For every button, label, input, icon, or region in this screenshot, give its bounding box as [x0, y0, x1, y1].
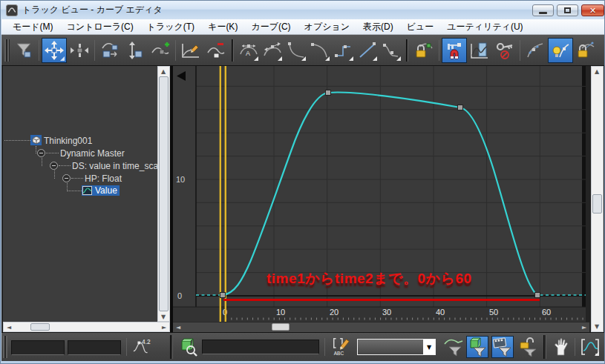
scroll-up-icon[interactable]: ▲ — [592, 67, 602, 76]
tree-vscroll-thumb[interactable] — [159, 76, 169, 311]
set-tangents-smooth-button[interactable] — [379, 38, 403, 63]
tree-item-value[interactable]: Value — [93, 185, 120, 196]
menu-options[interactable]: オプション — [298, 19, 356, 35]
tree-item-ds-value[interactable]: DS: value in time_scale — [72, 161, 157, 171]
tree-hscroll-thumb[interactable] — [30, 323, 50, 331]
curve-vertical-scrollbar[interactable]: ▲ ▼ — [591, 66, 604, 332]
track-hierarchy-panel[interactable]: Thinking001 Dynamic Master DS: value in … — [3, 66, 157, 322]
key-point[interactable] — [326, 90, 331, 96]
svg-text:A: A — [246, 50, 250, 57]
toolbar-drag-handle[interactable] — [4, 39, 10, 62]
curve-editor-window: トラック ビュー - カーブ エディタ ✕ モード(M) コントローラ(C) ト… — [0, 0, 605, 364]
curve-annotation: time1からtime2まで。0から60 — [266, 269, 472, 288]
close-button[interactable]: ✕ — [581, 4, 604, 16]
main-toolbar: A — [1, 35, 605, 66]
tree-vertical-scrollbar[interactable]: ▲ ▼ — [157, 66, 170, 322]
scroll-right-icon[interactable]: ► — [579, 323, 589, 332]
time-slider-marker[interactable] — [225, 66, 226, 322]
show-all-tangents-button[interactable] — [548, 38, 573, 63]
show-selected-key-stats-button[interactable]: 4.2 — [131, 336, 154, 358]
lock-selection-button[interactable] — [411, 38, 436, 63]
collapse-expander[interactable] — [62, 174, 71, 182]
menu-curve[interactable]: カーブ(C) — [244, 19, 297, 35]
scroll-down-icon[interactable]: ▼ — [158, 312, 169, 321]
key-stats-icon: 4.2 — [132, 337, 153, 357]
slide-keys-button[interactable] — [67, 38, 92, 63]
filter-selected-objects-button[interactable] — [466, 336, 488, 358]
edit-track-set-button[interactable]: ABC — [330, 336, 353, 358]
collapse-expander[interactable] — [37, 149, 45, 157]
filter-selected-objects-icon — [467, 337, 488, 357]
tree-item-dynamic-master[interactable]: Dynamic Master — [60, 148, 125, 159]
curve-vscroll-thumb[interactable] — [592, 194, 602, 214]
scale-keys-button[interactable] — [97, 38, 122, 63]
dropdown-arrow-icon[interactable]: ▼ — [423, 340, 435, 354]
filter-animated-tracks-button[interactable] — [491, 336, 514, 358]
set-tangents-custom-button[interactable] — [261, 38, 284, 63]
reduce-keys-button[interactable] — [203, 38, 229, 63]
filter-button[interactable] — [11, 38, 36, 63]
reduce-keys-icon — [206, 41, 226, 60]
move-keys-button[interactable] — [42, 38, 67, 63]
track-set-field[interactable] — [202, 340, 319, 354]
collapse-expander[interactable] — [50, 162, 58, 170]
show-tangents-button[interactable] — [523, 38, 548, 63]
key-time-field[interactable] — [11, 340, 65, 355]
pan-button[interactable] — [550, 336, 572, 358]
curve-horizontal-scrollbar[interactable]: ◄ ► — [173, 322, 589, 332]
draw-curves-button[interactable] — [178, 38, 203, 63]
scroll-up-icon[interactable]: ▲ — [158, 67, 169, 76]
filter-icon — [14, 41, 33, 60]
menu-controller[interactable]: コントローラ(C) — [60, 19, 140, 35]
close-icon: ✕ — [589, 6, 596, 16]
menu-track[interactable]: トラック(T) — [140, 19, 201, 35]
filter-selected-tracks-button[interactable] — [442, 336, 465, 358]
scroll-left-icon[interactable]: ◄ — [173, 323, 183, 332]
menu-utilities[interactable]: ユーティリティ(U) — [440, 19, 529, 35]
maximize-button[interactable] — [557, 4, 578, 16]
scroll-down-icon[interactable]: ▼ — [592, 322, 602, 331]
show-keyable-icons-button[interactable] — [492, 38, 517, 63]
tree-item-hp-float[interactable]: HP: Float — [85, 173, 122, 184]
lock-tangents-button[interactable] — [573, 38, 598, 63]
time-ruler[interactable] — [173, 307, 586, 322]
param-out-of-range-button[interactable] — [467, 38, 492, 63]
show-all-tangents-icon — [551, 41, 570, 60]
track-set-selector[interactable]: ▼ — [357, 339, 436, 355]
zoom-value-extents-button[interactable] — [579, 336, 601, 358]
edit-track-set-icon: ABC — [331, 336, 352, 358]
zoom-selected-object-button[interactable] — [177, 336, 199, 358]
add-keys-button[interactable] — [148, 38, 173, 63]
scroll-right-icon[interactable]: ► — [159, 322, 169, 331]
key-value-field[interactable] — [68, 340, 121, 355]
menubar: モード(M) コントローラ(C) トラック(T) キー(K) カーブ(C) オプ… — [1, 19, 605, 35]
set-tangents-auto-button[interactable]: A — [237, 38, 261, 63]
draw-curves-icon — [181, 41, 200, 60]
tree-horizontal-scrollbar[interactable]: ◄ ► — [3, 322, 170, 332]
set-tangents-fast-button[interactable] — [284, 38, 308, 63]
key-point[interactable] — [458, 105, 463, 110]
menu-mode[interactable]: モード(M) — [6, 19, 60, 35]
window-title: トラック ビュー - カーブ エディタ — [22, 4, 163, 16]
menu-view[interactable]: ビュー — [400, 19, 441, 35]
scroll-left-icon[interactable]: ◄ — [4, 322, 14, 331]
pane-collapse-arrow-icon[interactable] — [177, 71, 186, 81]
set-tangents-step-button[interactable] — [332, 38, 356, 63]
unlocked-filter-icon — [517, 337, 538, 357]
set-tangents-slow-button[interactable] — [308, 38, 332, 63]
key-point[interactable] — [535, 293, 540, 298]
filter-unlocked-attributes-button[interactable] — [517, 336, 539, 358]
menu-display[interactable]: 表示(D) — [356, 19, 400, 35]
menu-key[interactable]: キー(K) — [201, 19, 244, 35]
statusbar-drag-handle[interactable] — [3, 336, 7, 358]
titlebar[interactable]: トラック ビュー - カーブ エディタ ✕ — [1, 1, 605, 19]
curve-hscroll-thumb[interactable] — [272, 323, 290, 331]
minimize-button[interactable] — [532, 4, 554, 16]
tree-item-thinking001[interactable]: Thinking001 — [44, 136, 92, 146]
ruler-tick-10: 10 — [276, 308, 285, 317]
time-slider-marker[interactable] — [220, 66, 221, 322]
snap-frames-button[interactable] — [442, 38, 467, 63]
scale-values-button[interactable] — [122, 38, 148, 63]
set-tangents-linear-button[interactable] — [356, 38, 379, 63]
key-point[interactable] — [220, 293, 226, 298]
